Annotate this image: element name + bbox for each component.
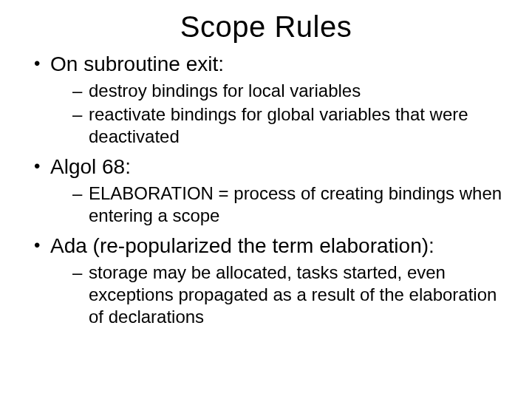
sub-bullet-item: destroy bindings for local variables xyxy=(50,80,502,102)
bullet-item: Ada (re-popularized the term elaboration… xyxy=(30,233,502,328)
slide-title: Scope Rules xyxy=(30,10,502,44)
sub-bullet-text: ELABORATION = process of creating bindin… xyxy=(89,183,502,225)
sub-bullet-text: destroy bindings for local variables xyxy=(89,81,361,100)
sub-bullet-text: storage may be allocated, tasks started,… xyxy=(89,262,497,327)
sub-bullet-list: destroy bindings for local variables rea… xyxy=(50,80,502,148)
bullet-text: Algol 68: xyxy=(50,155,131,178)
sub-bullet-item: ELABORATION = process of creating bindin… xyxy=(50,183,502,227)
slide: Scope Rules On subroutine exit: destroy … xyxy=(0,0,532,399)
bullet-item: Algol 68: ELABORATION = process of creat… xyxy=(30,154,502,227)
bullet-list: On subroutine exit: destroy bindings for… xyxy=(30,51,502,328)
sub-bullet-item: storage may be allocated, tasks started,… xyxy=(50,262,502,328)
sub-bullet-text: reactivate bindings for global variables… xyxy=(89,104,468,146)
sub-bullet-item: reactivate bindings for global variables… xyxy=(50,103,502,148)
sub-bullet-list: storage may be allocated, tasks started,… xyxy=(50,262,502,328)
bullet-text: Ada (re-popularized the term elaboration… xyxy=(50,234,434,257)
sub-bullet-list: ELABORATION = process of creating bindin… xyxy=(50,183,502,227)
bullet-item: On subroutine exit: destroy bindings for… xyxy=(30,51,502,148)
bullet-text: On subroutine exit: xyxy=(50,52,224,75)
